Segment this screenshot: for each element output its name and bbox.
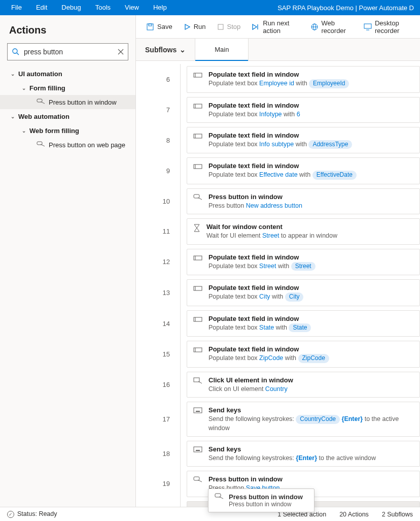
step-description: Populate text box Street with Street xyxy=(208,262,316,271)
step-card[interactable]: Populate text field in windowPopulate te… xyxy=(187,249,420,276)
stop-label: Stop xyxy=(227,23,241,30)
tree-label: UI automation xyxy=(18,70,62,78)
step-row[interactable]: 10Press button in windowPress button New… xyxy=(136,186,420,216)
press-button-icon xyxy=(215,493,224,500)
step-title: Press button in window xyxy=(208,475,283,483)
svg-rect-35 xyxy=(194,408,202,413)
step-card[interactable]: Click UI element in windowClick on UI el… xyxy=(187,372,420,398)
step-description: Populate text box Effective date with Ef… xyxy=(208,171,357,180)
desktop-icon xyxy=(364,23,372,30)
step-title: Click UI element in window xyxy=(208,376,293,384)
step-number: 11 xyxy=(136,216,181,246)
step-card[interactable]: Send keysSend the following keystrokes: … xyxy=(187,441,420,467)
step-row[interactable]: 6Populate text field in windowPopulate t… xyxy=(136,64,420,95)
step-row[interactable]: 9Populate text field in windowPopulate t… xyxy=(136,155,420,186)
menu-file[interactable]: File xyxy=(4,0,29,15)
desk-rec-label: Desktop recorder xyxy=(375,19,415,35)
web-recorder-button[interactable]: Web recorder xyxy=(305,19,358,35)
step-number: 17 xyxy=(136,400,181,439)
svg-rect-32 xyxy=(194,348,202,352)
step-row[interactable]: 11Wait for window contentWait for UI ele… xyxy=(136,216,420,246)
tab-main[interactable]: Main xyxy=(195,39,249,60)
status-actions: 20 Actions xyxy=(339,511,369,518)
click-icon xyxy=(193,377,202,386)
step-number: 10 xyxy=(136,186,181,216)
step-card[interactable]: Populate text field in windowPopulate te… xyxy=(187,279,420,306)
step-row[interactable]: 12Populate text field in windowPopulate … xyxy=(136,247,420,278)
save-button[interactable]: Save xyxy=(141,19,178,35)
step-card[interactable]: Populate text field in windowPopulate te… xyxy=(187,310,420,337)
tree-press-button-on-web-page[interactable]: Press button on web page xyxy=(0,138,135,152)
step-card[interactable]: Press button in windowPress button New a… xyxy=(187,188,420,214)
actions-tree: ⌄UI automation ⌄Form filling Press butto… xyxy=(0,67,135,152)
svg-point-0 xyxy=(13,49,17,53)
web-rec-label: Web recorder xyxy=(322,19,353,35)
step-card[interactable]: Populate text field in windowPopulate te… xyxy=(187,66,420,93)
step-card[interactable]: Wait for window contentWait for UI eleme… xyxy=(187,218,420,244)
editor-toolbar: Save Run Stop Run next action Web record… xyxy=(136,15,420,39)
textbox-icon xyxy=(193,103,202,111)
textbox-icon xyxy=(193,163,202,172)
press-button-icon xyxy=(37,141,45,149)
step-card[interactable]: Populate text field in windowPopulate te… xyxy=(187,127,420,154)
tree-web-automation[interactable]: ⌄Web automation xyxy=(0,109,135,123)
desktop-recorder-button[interactable]: Desktop recorder xyxy=(359,19,420,35)
step-row[interactable]: 16Click UI element in windowClick on UI … xyxy=(136,370,420,400)
menu-debug[interactable]: Debug xyxy=(54,0,88,15)
subflows-dropdown[interactable]: Subflows⌄ xyxy=(136,39,195,60)
run-next-label: Run next action xyxy=(263,19,299,35)
tooltip-desc: Press button in window xyxy=(229,501,303,508)
step-title: Populate text field in window xyxy=(208,345,329,353)
play-icon xyxy=(184,23,191,30)
step-row[interactable]: 8Populate text field in windowPopulate t… xyxy=(136,125,420,156)
textbox-icon xyxy=(193,133,202,141)
step-row[interactable]: 13Populate text field in windowPopulate … xyxy=(136,277,420,308)
search-input[interactable] xyxy=(24,48,114,56)
globe-icon xyxy=(310,23,319,31)
svg-marker-8 xyxy=(185,24,190,29)
step-row[interactable]: 15Populate text field in windowPopulate … xyxy=(136,339,420,370)
check-icon: ✓ xyxy=(7,511,14,518)
chevron-down-icon: ⌄ xyxy=(9,71,16,77)
clear-search-icon[interactable] xyxy=(118,49,124,55)
textbox-icon xyxy=(193,254,202,263)
step-number: 19 xyxy=(136,469,181,499)
svg-rect-4 xyxy=(37,99,42,102)
tree-web-form-filling[interactable]: ⌄Web form filling xyxy=(0,123,135,138)
press-icon xyxy=(193,476,202,485)
step-description: Wait for UI element Street to appear in … xyxy=(206,232,337,240)
steps-list: 6Populate text field in windowPopulate t… xyxy=(136,61,420,507)
step-title: Populate text field in window xyxy=(208,162,357,170)
step-card[interactable]: Populate text field in windowPopulate te… xyxy=(187,97,420,123)
step-title: Populate text field in window xyxy=(208,315,311,322)
menu-help[interactable]: Help xyxy=(146,0,174,15)
svg-rect-23 xyxy=(194,165,202,169)
svg-rect-45 xyxy=(194,477,199,480)
actions-search[interactable] xyxy=(7,43,128,60)
subflows-label: Subflows xyxy=(145,46,177,54)
step-row[interactable]: 14Populate text field in windowPopulate … xyxy=(136,308,420,339)
tree-label: Press button on web page xyxy=(49,141,125,149)
step-number: 20 xyxy=(136,499,181,507)
svg-rect-25 xyxy=(194,194,199,198)
run-button[interactable]: Run xyxy=(179,19,211,35)
step-card[interactable]: Populate text field in windowPopulate te… xyxy=(187,157,420,184)
step-description: Populate text box Info subtype with Addr… xyxy=(208,140,352,149)
keys-icon xyxy=(193,407,202,415)
menu-view[interactable]: View xyxy=(118,0,146,15)
tree-form-filling[interactable]: ⌄Form filling xyxy=(0,81,135,95)
menu-tools[interactable]: Tools xyxy=(88,0,118,15)
step-row[interactable]: 18Send keysSend the following keystrokes… xyxy=(136,439,420,469)
svg-rect-9 xyxy=(218,24,223,29)
tree-press-button-in-window[interactable]: Press button in window xyxy=(0,95,135,109)
run-next-action-button[interactable]: Run next action xyxy=(247,19,304,35)
step-row[interactable]: 17Send keysSend the following keystrokes… xyxy=(136,400,420,439)
step-card[interactable]: Populate text field in windowPopulate te… xyxy=(187,341,420,368)
step-row[interactable]: 7Populate text field in windowPopulate t… xyxy=(136,95,420,125)
chevron-down-icon: ⌄ xyxy=(20,85,27,91)
step-description: Press button New address button xyxy=(208,202,302,210)
svg-rect-30 xyxy=(194,317,202,321)
step-card[interactable]: Send keysSend the following keystrokes: … xyxy=(187,402,420,437)
tree-ui-automation[interactable]: ⌄UI automation xyxy=(0,67,135,81)
menu-edit[interactable]: Edit xyxy=(29,0,54,15)
